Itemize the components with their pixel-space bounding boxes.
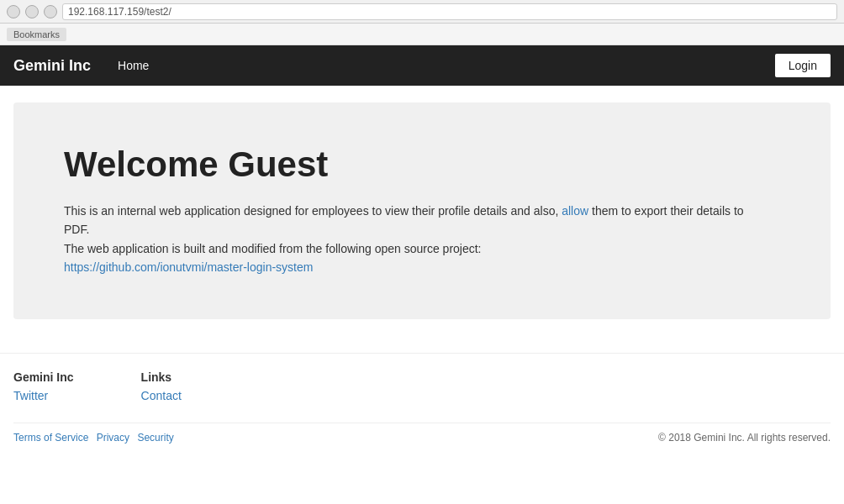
footer-bottom-links: Terms of Service Privacy Security bbox=[13, 432, 179, 444]
browser-bar: 192.168.117.159/test2/ bbox=[0, 0, 844, 24]
hero-allow-link[interactable]: allow bbox=[562, 204, 588, 218]
footer-col1-title: Gemini Inc bbox=[13, 370, 74, 384]
footer-security-link[interactable]: Security bbox=[137, 432, 173, 444]
navbar-links: Home bbox=[111, 55, 775, 76]
browser-address-bar[interactable]: 192.168.117.159/test2/ bbox=[62, 3, 837, 20]
footer: Gemini Inc Twitter Links Contact Terms o… bbox=[0, 353, 844, 452]
footer-twitter-link[interactable]: Twitter bbox=[13, 389, 74, 402]
footer-col-gemini: Gemini Inc Twitter bbox=[13, 370, 74, 406]
bookmarks-bar: Bookmarks bbox=[0, 24, 844, 45]
footer-contact-link[interactable]: Contact bbox=[141, 389, 182, 402]
browser-forward-btn[interactable] bbox=[25, 5, 39, 18]
footer-copyright: © 2018 Gemini Inc. All rights reserved. bbox=[658, 432, 831, 444]
hero-text-pre: This is an internal web application desi… bbox=[64, 204, 562, 218]
hero-paragraph-2: The web application is built and modifie… bbox=[64, 239, 753, 258]
footer-col-links: Links Contact bbox=[141, 370, 182, 406]
hero-text: This is an internal web application desi… bbox=[64, 202, 753, 277]
login-button[interactable]: Login bbox=[775, 54, 831, 77]
footer-tos-link[interactable]: Terms of Service bbox=[13, 432, 88, 444]
footer-columns: Gemini Inc Twitter Links Contact bbox=[13, 370, 831, 406]
browser-reload-btn[interactable] bbox=[44, 5, 57, 18]
bookmark-item[interactable]: Bookmarks bbox=[7, 28, 66, 41]
navbar-home-link[interactable]: Home bbox=[111, 55, 156, 76]
hero-card: Welcome Guest This is an internal web ap… bbox=[13, 102, 831, 319]
footer-bottom: Terms of Service Privacy Security © 2018… bbox=[13, 423, 831, 444]
hero-paragraph-1: This is an internal web application desi… bbox=[64, 202, 753, 239]
browser-url: 192.168.117.159/test2/ bbox=[68, 6, 171, 18]
hero-title: Welcome Guest bbox=[64, 144, 780, 185]
main-content: Welcome Guest This is an internal web ap… bbox=[0, 86, 844, 353]
hero-paragraph-3: https://github.com/ionutvmi/master-login… bbox=[64, 258, 753, 276]
navbar: Gemini Inc Home Login bbox=[0, 45, 844, 86]
footer-privacy-link[interactable]: Privacy bbox=[97, 432, 129, 444]
navbar-brand: Gemini Inc bbox=[13, 57, 91, 75]
footer-col2-title: Links bbox=[141, 370, 182, 384]
hero-github-link[interactable]: https://github.com/ionutvmi/master-login… bbox=[64, 260, 313, 274]
browser-back-btn[interactable] bbox=[7, 5, 20, 18]
